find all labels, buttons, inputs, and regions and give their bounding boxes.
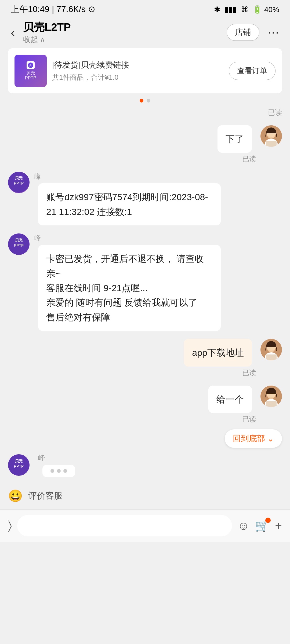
sender-name: 峰: [38, 453, 75, 463]
bag-button[interactable]: 🛒: [255, 519, 270, 533]
avatar: [260, 386, 282, 407]
battery-icon: 🔋 40%: [253, 5, 279, 14]
typing-dot: [50, 469, 54, 473]
svg-rect-17: [266, 354, 277, 360]
message-bubble: 卡密已发货，开通后不退不换， 请查收亲~客服在线时间 9-21点喔...亲爱的 …: [38, 245, 221, 331]
sender-name: 峰: [34, 172, 221, 181]
plus-button[interactable]: +: [275, 519, 282, 532]
bottom-toolbar: 〉 ☺ 🛒 +: [0, 509, 290, 542]
order-logo: 壳: [27, 61, 35, 69]
seller-avatar: 贝壳 PPTP: [8, 233, 30, 255]
message-row: app下载地址 已读: [0, 336, 290, 380]
nav-title-area: 贝壳L2TP 收起 ∧: [23, 20, 221, 45]
message-row: 下了 已读: [0, 123, 290, 166]
message-bubble: 给一个: [208, 386, 252, 413]
scroll-to-bottom-area: 回到底部 ⌄: [0, 429, 290, 448]
read-status: 已读: [242, 154, 256, 164]
chat-area: 壳 贝壳PPTP [待发货]贝壳续费链接 共1件商品，合计¥1.0 查看订单 已…: [0, 46, 290, 482]
typing-indicator: [42, 465, 75, 477]
seller-avatar: 贝壳 PPTP: [8, 172, 30, 193]
message-row: 给一个 已读: [0, 383, 290, 427]
bluetooth-icon: ✱: [214, 5, 220, 14]
svg-rect-22: [266, 401, 277, 407]
seller-avatar-label: 贝壳 PPTP: [8, 172, 30, 193]
message-content: 峰: [38, 453, 75, 477]
svg-text:贝壳: 贝壳: [15, 238, 23, 242]
order-card: 壳 贝壳PPTP [待发货]贝壳续费链接 共1件商品，合计¥1.0 查看订单: [8, 48, 282, 93]
chevron-up-icon: ∧: [40, 35, 45, 44]
message-content: 给一个 已读: [208, 386, 256, 424]
message-content: app下载地址 已读: [184, 339, 256, 377]
order-read-status: 已读: [0, 108, 290, 117]
order-icon: 壳 贝壳PPTP: [15, 55, 47, 87]
message-row: 贝壳 PPTP 峰 卡密已发货，开通后不退不换， 请查收亲~客服在线时间 9-2…: [0, 231, 290, 334]
dot-inactive: [147, 99, 150, 103]
view-order-button[interactable]: 查看订单: [229, 62, 276, 80]
message-content: 下了 已读: [218, 125, 256, 164]
message-row: 贝壳 PPTP 峰 账号dzk997密码7574到期时间:2023-08-21 …: [0, 169, 290, 228]
page-title: 贝壳L2TP: [23, 20, 221, 35]
order-info: [待发货]贝壳续费链接 共1件商品，合计¥1.0: [52, 60, 223, 82]
rate-service-bar[interactable]: 😀 评价客服: [0, 482, 290, 509]
svg-text:贝壳: 贝壳: [15, 176, 23, 180]
message-content: 峰 卡密已发货，开通后不退不换， 请查收亲~客服在线时间 9-21点喔...亲爱…: [34, 233, 221, 331]
voice-button[interactable]: 〉: [8, 519, 12, 532]
nav-bar: ‹ 贝壳L2TP 收起 ∧ 店铺 ⋯: [0, 19, 290, 46]
read-status: 已读: [242, 368, 256, 378]
svg-text:PPTP: PPTP: [14, 243, 24, 248]
svg-text:贝壳: 贝壳: [15, 459, 23, 463]
svg-text:壳: 壳: [29, 64, 32, 67]
avatar: [260, 125, 282, 147]
order-icon-label: 贝壳PPTP: [25, 70, 36, 80]
svg-text:PPTP: PPTP: [14, 181, 24, 185]
sender-name: 峰: [34, 233, 221, 243]
scroll-to-bottom-button[interactable]: 回到底部 ⌄: [225, 429, 282, 448]
message-bubble: 账号dzk997密码7574到期时间:2023-08-21 11:32:02 连…: [38, 183, 221, 225]
svg-rect-6: [266, 141, 277, 147]
nav-actions: 店铺 ⋯: [227, 23, 282, 42]
chevron-down-icon: ⌄: [267, 434, 274, 443]
rate-label: 评价客服: [28, 490, 63, 502]
wifi-icon: ⌘: [241, 5, 248, 14]
message-bubble: app下载地址: [184, 339, 252, 366]
carousel-dots: [0, 99, 290, 103]
bag-notification-dot: [265, 518, 271, 523]
signal-icon: ▮▮▮: [224, 5, 237, 14]
message-content: 峰 账号dzk997密码7574到期时间:2023-08-21 11:32:02…: [34, 172, 221, 225]
scroll-label: 回到底部: [233, 433, 265, 444]
emoji-button[interactable]: ☺: [237, 519, 249, 532]
seller-typing-row: 贝壳 PPTP 峰: [0, 451, 290, 480]
order-summary: 共1件商品，合计¥1.0: [52, 73, 223, 82]
typing-dot: [57, 469, 61, 473]
typing-dot: [63, 469, 67, 473]
more-button[interactable]: ⋯: [265, 23, 282, 42]
smile-icon: 😀: [8, 489, 23, 503]
dot-active: [140, 99, 143, 103]
read-status: 已读: [242, 415, 256, 424]
shop-button[interactable]: 店铺: [227, 24, 259, 41]
svg-text:PPTP: PPTP: [14, 464, 24, 469]
message-bubble: 下了: [218, 125, 252, 153]
nav-subtitle: 收起 ∧: [23, 35, 221, 45]
back-button[interactable]: ‹: [8, 22, 18, 42]
message-input[interactable]: [17, 515, 232, 536]
status-icons: ✱ ▮▮▮ ⌘ 🔋 40%: [214, 5, 279, 14]
status-bar: 上午10:49 | 77.6K/s ⊙ ✱ ▮▮▮ ⌘ 🔋 40%: [0, 0, 290, 19]
status-time: 上午10:49 | 77.6K/s ⊙: [11, 3, 95, 15]
seller-avatar-small: 贝壳 PPTP: [8, 454, 30, 476]
order-title: [待发货]贝壳续费链接: [52, 60, 223, 71]
avatar: [260, 339, 282, 360]
